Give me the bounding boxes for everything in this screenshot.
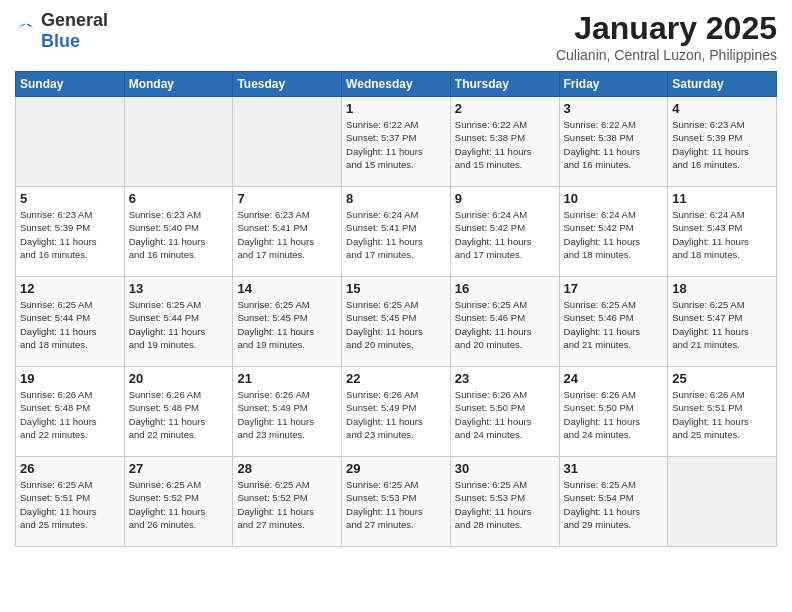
- calendar-day-cell: 1Sunrise: 6:22 AM Sunset: 5:37 PM Daylig…: [342, 97, 451, 187]
- title-block: January 2025 Culianin, Central Luzon, Ph…: [556, 10, 777, 63]
- calendar-day-cell: 15Sunrise: 6:25 AM Sunset: 5:45 PM Dayli…: [342, 277, 451, 367]
- calendar-day-cell: 13Sunrise: 6:25 AM Sunset: 5:44 PM Dayli…: [124, 277, 233, 367]
- day-number: 31: [564, 461, 664, 476]
- day-number: 20: [129, 371, 229, 386]
- day-number: 11: [672, 191, 772, 206]
- calendar-day-cell: 3Sunrise: 6:22 AM Sunset: 5:38 PM Daylig…: [559, 97, 668, 187]
- day-number: 3: [564, 101, 664, 116]
- calendar-day-cell: 10Sunrise: 6:24 AM Sunset: 5:42 PM Dayli…: [559, 187, 668, 277]
- day-info: Sunrise: 6:22 AM Sunset: 5:37 PM Dayligh…: [346, 118, 446, 171]
- calendar-day-cell: 2Sunrise: 6:22 AM Sunset: 5:38 PM Daylig…: [450, 97, 559, 187]
- day-number: 5: [20, 191, 120, 206]
- day-info: Sunrise: 6:24 AM Sunset: 5:42 PM Dayligh…: [455, 208, 555, 261]
- day-info: Sunrise: 6:26 AM Sunset: 5:48 PM Dayligh…: [129, 388, 229, 441]
- day-info: Sunrise: 6:26 AM Sunset: 5:49 PM Dayligh…: [237, 388, 337, 441]
- weekday-header: Saturday: [668, 72, 777, 97]
- weekday-header: Monday: [124, 72, 233, 97]
- day-number: 2: [455, 101, 555, 116]
- day-number: 30: [455, 461, 555, 476]
- day-info: Sunrise: 6:26 AM Sunset: 5:48 PM Dayligh…: [20, 388, 120, 441]
- page-header: General Blue January 2025 Culianin, Cent…: [15, 10, 777, 63]
- day-number: 12: [20, 281, 120, 296]
- day-info: Sunrise: 6:25 AM Sunset: 5:53 PM Dayligh…: [346, 478, 446, 531]
- calendar-day-cell: [16, 97, 125, 187]
- calendar-day-cell: [124, 97, 233, 187]
- day-number: 29: [346, 461, 446, 476]
- calendar-week-row: 26Sunrise: 6:25 AM Sunset: 5:51 PM Dayli…: [16, 457, 777, 547]
- calendar-day-cell: 28Sunrise: 6:25 AM Sunset: 5:52 PM Dayli…: [233, 457, 342, 547]
- weekday-header: Tuesday: [233, 72, 342, 97]
- day-info: Sunrise: 6:25 AM Sunset: 5:51 PM Dayligh…: [20, 478, 120, 531]
- day-info: Sunrise: 6:26 AM Sunset: 5:49 PM Dayligh…: [346, 388, 446, 441]
- calendar-day-cell: 17Sunrise: 6:25 AM Sunset: 5:46 PM Dayli…: [559, 277, 668, 367]
- calendar-day-cell: 8Sunrise: 6:24 AM Sunset: 5:41 PM Daylig…: [342, 187, 451, 277]
- day-number: 26: [20, 461, 120, 476]
- day-number: 9: [455, 191, 555, 206]
- day-number: 19: [20, 371, 120, 386]
- calendar-day-cell: 19Sunrise: 6:26 AM Sunset: 5:48 PM Dayli…: [16, 367, 125, 457]
- calendar-day-cell: 6Sunrise: 6:23 AM Sunset: 5:40 PM Daylig…: [124, 187, 233, 277]
- calendar-day-cell: 26Sunrise: 6:25 AM Sunset: 5:51 PM Dayli…: [16, 457, 125, 547]
- day-info: Sunrise: 6:25 AM Sunset: 5:54 PM Dayligh…: [564, 478, 664, 531]
- day-info: Sunrise: 6:26 AM Sunset: 5:50 PM Dayligh…: [564, 388, 664, 441]
- location-subtitle: Culianin, Central Luzon, Philippines: [556, 47, 777, 63]
- day-info: Sunrise: 6:22 AM Sunset: 5:38 PM Dayligh…: [564, 118, 664, 171]
- day-number: 22: [346, 371, 446, 386]
- day-number: 21: [237, 371, 337, 386]
- calendar-day-cell: 9Sunrise: 6:24 AM Sunset: 5:42 PM Daylig…: [450, 187, 559, 277]
- calendar-day-cell: 25Sunrise: 6:26 AM Sunset: 5:51 PM Dayli…: [668, 367, 777, 457]
- day-number: 4: [672, 101, 772, 116]
- day-info: Sunrise: 6:23 AM Sunset: 5:41 PM Dayligh…: [237, 208, 337, 261]
- day-info: Sunrise: 6:25 AM Sunset: 5:45 PM Dayligh…: [237, 298, 337, 351]
- logo-text: General Blue: [41, 10, 108, 52]
- day-info: Sunrise: 6:23 AM Sunset: 5:39 PM Dayligh…: [672, 118, 772, 171]
- weekday-header: Thursday: [450, 72, 559, 97]
- calendar-day-cell: 4Sunrise: 6:23 AM Sunset: 5:39 PM Daylig…: [668, 97, 777, 187]
- calendar-day-cell: 5Sunrise: 6:23 AM Sunset: 5:39 PM Daylig…: [16, 187, 125, 277]
- day-info: Sunrise: 6:24 AM Sunset: 5:43 PM Dayligh…: [672, 208, 772, 261]
- calendar-table: SundayMondayTuesdayWednesdayThursdayFrid…: [15, 71, 777, 547]
- calendar-day-cell: 7Sunrise: 6:23 AM Sunset: 5:41 PM Daylig…: [233, 187, 342, 277]
- day-info: Sunrise: 6:23 AM Sunset: 5:39 PM Dayligh…: [20, 208, 120, 261]
- calendar-day-cell: 16Sunrise: 6:25 AM Sunset: 5:46 PM Dayli…: [450, 277, 559, 367]
- day-info: Sunrise: 6:23 AM Sunset: 5:40 PM Dayligh…: [129, 208, 229, 261]
- logo-blue: Blue: [41, 31, 80, 51]
- calendar-week-row: 1Sunrise: 6:22 AM Sunset: 5:37 PM Daylig…: [16, 97, 777, 187]
- calendar-day-cell: 31Sunrise: 6:25 AM Sunset: 5:54 PM Dayli…: [559, 457, 668, 547]
- day-number: 10: [564, 191, 664, 206]
- day-info: Sunrise: 6:26 AM Sunset: 5:51 PM Dayligh…: [672, 388, 772, 441]
- day-number: 14: [237, 281, 337, 296]
- calendar-day-cell: [233, 97, 342, 187]
- day-number: 1: [346, 101, 446, 116]
- calendar-day-cell: 29Sunrise: 6:25 AM Sunset: 5:53 PM Dayli…: [342, 457, 451, 547]
- day-info: Sunrise: 6:25 AM Sunset: 5:44 PM Dayligh…: [20, 298, 120, 351]
- day-info: Sunrise: 6:25 AM Sunset: 5:47 PM Dayligh…: [672, 298, 772, 351]
- calendar-day-cell: 12Sunrise: 6:25 AM Sunset: 5:44 PM Dayli…: [16, 277, 125, 367]
- calendar-day-cell: 20Sunrise: 6:26 AM Sunset: 5:48 PM Dayli…: [124, 367, 233, 457]
- day-number: 27: [129, 461, 229, 476]
- calendar-day-cell: 11Sunrise: 6:24 AM Sunset: 5:43 PM Dayli…: [668, 187, 777, 277]
- calendar-day-cell: 24Sunrise: 6:26 AM Sunset: 5:50 PM Dayli…: [559, 367, 668, 457]
- calendar-day-cell: 27Sunrise: 6:25 AM Sunset: 5:52 PM Dayli…: [124, 457, 233, 547]
- calendar-week-row: 12Sunrise: 6:25 AM Sunset: 5:44 PM Dayli…: [16, 277, 777, 367]
- day-number: 6: [129, 191, 229, 206]
- weekday-header: Sunday: [16, 72, 125, 97]
- day-info: Sunrise: 6:24 AM Sunset: 5:41 PM Dayligh…: [346, 208, 446, 261]
- calendar-day-cell: 23Sunrise: 6:26 AM Sunset: 5:50 PM Dayli…: [450, 367, 559, 457]
- day-number: 23: [455, 371, 555, 386]
- day-info: Sunrise: 6:25 AM Sunset: 5:45 PM Dayligh…: [346, 298, 446, 351]
- day-number: 17: [564, 281, 664, 296]
- logo-icon: [15, 20, 37, 42]
- day-info: Sunrise: 6:26 AM Sunset: 5:50 PM Dayligh…: [455, 388, 555, 441]
- calendar-day-cell: 21Sunrise: 6:26 AM Sunset: 5:49 PM Dayli…: [233, 367, 342, 457]
- day-number: 15: [346, 281, 446, 296]
- calendar-day-cell: 22Sunrise: 6:26 AM Sunset: 5:49 PM Dayli…: [342, 367, 451, 457]
- logo-general: General: [41, 10, 108, 30]
- day-info: Sunrise: 6:25 AM Sunset: 5:52 PM Dayligh…: [237, 478, 337, 531]
- logo: General Blue: [15, 10, 108, 52]
- calendar-day-cell: 18Sunrise: 6:25 AM Sunset: 5:47 PM Dayli…: [668, 277, 777, 367]
- day-number: 8: [346, 191, 446, 206]
- day-info: Sunrise: 6:25 AM Sunset: 5:46 PM Dayligh…: [564, 298, 664, 351]
- calendar-day-cell: 14Sunrise: 6:25 AM Sunset: 5:45 PM Dayli…: [233, 277, 342, 367]
- day-number: 18: [672, 281, 772, 296]
